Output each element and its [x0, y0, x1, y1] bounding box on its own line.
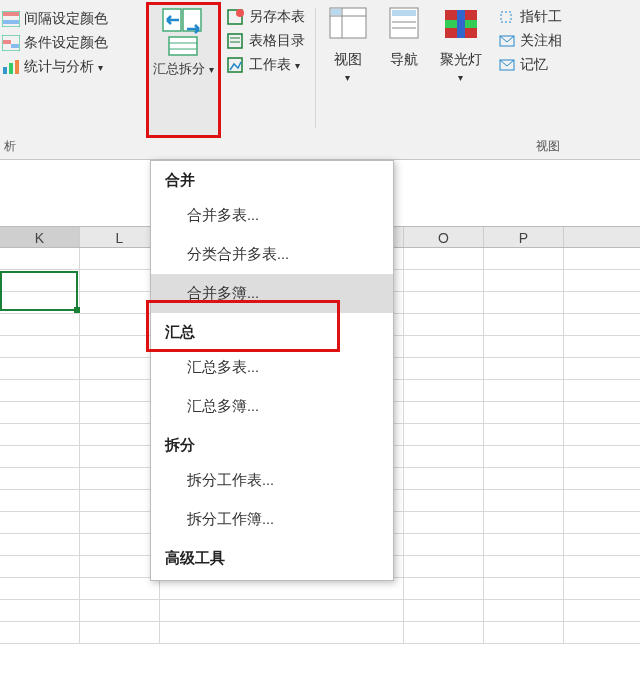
summary-split-label: 汇总拆分 ▾	[153, 60, 214, 78]
chart-icon	[2, 59, 20, 75]
ribbon-item-saveas-sheet[interactable]: 另存本表	[227, 8, 305, 26]
grid-color-icon	[2, 11, 20, 27]
nav-icon	[384, 6, 424, 47]
ribbon-item-label: 工作表	[249, 56, 291, 74]
ribbon-item-follow[interactable]: 关注相	[498, 32, 562, 50]
ribbon-item-label: 另存本表	[249, 8, 305, 26]
ribbon-item-label: 表格目录	[249, 32, 305, 50]
ribbon-item-cond-color[interactable]: 条件设定颜色	[2, 34, 134, 52]
save-sheet-icon	[227, 9, 245, 25]
menu-item-summary-workbooks[interactable]: 汇总多簿...	[151, 387, 393, 426]
chevron-down-icon: ▾	[209, 64, 214, 75]
column-header[interactable]: K	[0, 227, 80, 247]
table-toc-icon	[227, 33, 245, 49]
svg-rect-4	[3, 40, 11, 44]
svg-rect-30	[457, 10, 465, 38]
menu-item-split-workbook[interactable]: 拆分工作簿...	[151, 500, 393, 539]
svg-rect-1	[3, 12, 19, 16]
ribbon-mid-group: 另存本表 表格目录 工作表 ▾	[221, 0, 311, 159]
svg-rect-31	[501, 12, 511, 22]
ribbon-item-pointer[interactable]: 指针工	[498, 8, 562, 26]
pointer-icon	[498, 9, 516, 25]
ribbon-item-label: 条件设定颜色	[24, 34, 108, 52]
ribbon-item-table-toc[interactable]: 表格目录	[227, 32, 305, 50]
summary-split-menu: 合并 合并多表... 分类合并多表... 合并多簿... 汇总 汇总多表... …	[150, 160, 394, 581]
menu-section-advanced: 高级工具	[151, 539, 393, 574]
spotlight-icon	[441, 6, 481, 47]
menu-item-merge-workbooks[interactable]: 合并多簿...	[151, 274, 393, 313]
ribbon: 间隔设定颜色 条件设定颜色 统计与分析 ▾ 汇总拆分 ▾	[0, 0, 640, 160]
svg-rect-2	[3, 20, 19, 24]
ribbon-view-button[interactable]: 视图▾	[320, 0, 376, 159]
ribbon-item-memory[interactable]: 记忆	[498, 56, 562, 74]
menu-item-classify-merge[interactable]: 分类合并多表...	[151, 235, 393, 274]
svg-rect-5	[11, 44, 19, 48]
svg-point-15	[236, 9, 244, 17]
ribbon-item-label: 记忆	[520, 56, 548, 74]
ribbon-item-label: 聚光灯	[440, 51, 482, 67]
worksheet-icon	[227, 57, 245, 73]
svg-rect-6	[3, 67, 7, 74]
svg-rect-8	[15, 60, 19, 74]
ribbon-item-label: 关注相	[520, 32, 562, 50]
svg-rect-16	[228, 34, 242, 48]
separator	[315, 8, 316, 128]
mail-icon	[498, 33, 516, 49]
svg-rect-7	[9, 63, 13, 74]
ribbon-left-group: 间隔设定颜色 条件设定颜色 统计与分析 ▾	[0, 0, 140, 159]
view-icon	[328, 6, 368, 47]
ribbon-item-interval-color[interactable]: 间隔设定颜色	[2, 10, 134, 28]
ribbon-item-label: 间隔设定颜色	[24, 10, 108, 28]
ribbon-item-stats[interactable]: 统计与分析 ▾	[2, 58, 134, 76]
menu-section-split: 拆分	[151, 426, 393, 461]
ribbon-right-group: 指针工 关注相 记忆	[490, 0, 568, 159]
svg-rect-23	[331, 9, 341, 15]
column-header[interactable]: O	[404, 227, 484, 247]
summary-split-button[interactable]: 汇总拆分 ▾	[146, 2, 221, 138]
ribbon-item-label: 导航	[390, 51, 418, 68]
ribbon-nav-button[interactable]: 导航	[376, 0, 432, 159]
mail-icon	[498, 57, 516, 73]
ribbon-item-worksheet[interactable]: 工作表 ▾	[227, 56, 305, 74]
menu-section-summary: 汇总	[151, 313, 393, 348]
column-header[interactable]: L	[80, 227, 160, 247]
ribbon-item-label: 指针工	[520, 8, 562, 26]
grid-color-icon	[2, 35, 20, 51]
ribbon-group-label: 析	[4, 138, 16, 155]
svg-rect-25	[392, 10, 416, 16]
chevron-down-icon: ▾	[98, 62, 103, 73]
column-header[interactable]: P	[484, 227, 564, 247]
ribbon-group-label: 视图	[536, 138, 560, 155]
chevron-down-icon: ▾	[345, 72, 350, 83]
summary-split-icon	[161, 7, 205, 60]
menu-section-merge: 合并	[151, 161, 393, 196]
ribbon-spotlight-button[interactable]: 聚光灯▾	[432, 0, 490, 159]
ribbon-item-label: 统计与分析	[24, 58, 94, 76]
svg-rect-11	[169, 37, 197, 55]
chevron-down-icon: ▾	[458, 72, 463, 83]
menu-item-summary-sheets[interactable]: 汇总多表...	[151, 348, 393, 387]
chevron-down-icon: ▾	[295, 60, 300, 71]
ribbon-item-label: 视图	[334, 51, 362, 67]
menu-item-merge-sheets[interactable]: 合并多表...	[151, 196, 393, 235]
menu-item-split-sheet[interactable]: 拆分工作表...	[151, 461, 393, 500]
